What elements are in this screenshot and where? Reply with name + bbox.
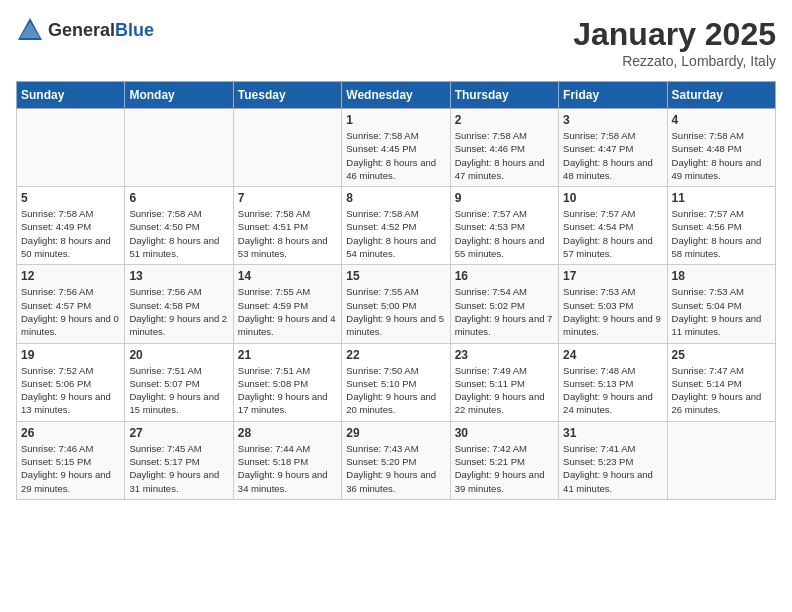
day-number: 26 (21, 426, 120, 440)
day-info: Sunrise: 7:58 AM Sunset: 4:51 PM Dayligh… (238, 207, 337, 260)
calendar-cell: 27Sunrise: 7:45 AM Sunset: 5:17 PM Dayli… (125, 421, 233, 499)
weekday-header-sunday: Sunday (17, 82, 125, 109)
day-info: Sunrise: 7:42 AM Sunset: 5:21 PM Dayligh… (455, 442, 554, 495)
calendar-cell: 4Sunrise: 7:58 AM Sunset: 4:48 PM Daylig… (667, 109, 775, 187)
day-info: Sunrise: 7:41 AM Sunset: 5:23 PM Dayligh… (563, 442, 662, 495)
day-info: Sunrise: 7:58 AM Sunset: 4:47 PM Dayligh… (563, 129, 662, 182)
day-number: 5 (21, 191, 120, 205)
calendar-cell: 22Sunrise: 7:50 AM Sunset: 5:10 PM Dayli… (342, 343, 450, 421)
calendar-cell: 9Sunrise: 7:57 AM Sunset: 4:53 PM Daylig… (450, 187, 558, 265)
calendar-cell: 30Sunrise: 7:42 AM Sunset: 5:21 PM Dayli… (450, 421, 558, 499)
day-number: 22 (346, 348, 445, 362)
day-number: 25 (672, 348, 771, 362)
day-info: Sunrise: 7:44 AM Sunset: 5:18 PM Dayligh… (238, 442, 337, 495)
page-header: GeneralBlue January 2025 Rezzato, Lombar… (16, 16, 776, 69)
calendar-cell (667, 421, 775, 499)
day-number: 30 (455, 426, 554, 440)
weekday-header-thursday: Thursday (450, 82, 558, 109)
day-number: 4 (672, 113, 771, 127)
weekday-header-saturday: Saturday (667, 82, 775, 109)
title-block: January 2025 Rezzato, Lombardy, Italy (573, 16, 776, 69)
calendar-cell (125, 109, 233, 187)
day-number: 2 (455, 113, 554, 127)
calendar-cell (17, 109, 125, 187)
calendar-week-1: 1Sunrise: 7:58 AM Sunset: 4:45 PM Daylig… (17, 109, 776, 187)
day-info: Sunrise: 7:55 AM Sunset: 4:59 PM Dayligh… (238, 285, 337, 338)
weekday-header-row: SundayMondayTuesdayWednesdayThursdayFrid… (17, 82, 776, 109)
calendar-cell: 16Sunrise: 7:54 AM Sunset: 5:02 PM Dayli… (450, 265, 558, 343)
day-number: 7 (238, 191, 337, 205)
day-info: Sunrise: 7:58 AM Sunset: 4:49 PM Dayligh… (21, 207, 120, 260)
day-info: Sunrise: 7:58 AM Sunset: 4:45 PM Dayligh… (346, 129, 445, 182)
calendar-cell: 15Sunrise: 7:55 AM Sunset: 5:00 PM Dayli… (342, 265, 450, 343)
calendar-cell: 12Sunrise: 7:56 AM Sunset: 4:57 PM Dayli… (17, 265, 125, 343)
calendar-cell: 19Sunrise: 7:52 AM Sunset: 5:06 PM Dayli… (17, 343, 125, 421)
calendar-cell: 24Sunrise: 7:48 AM Sunset: 5:13 PM Dayli… (559, 343, 667, 421)
logo-blue: Blue (115, 20, 154, 40)
calendar-cell: 13Sunrise: 7:56 AM Sunset: 4:58 PM Dayli… (125, 265, 233, 343)
calendar-cell: 31Sunrise: 7:41 AM Sunset: 5:23 PM Dayli… (559, 421, 667, 499)
calendar-table: SundayMondayTuesdayWednesdayThursdayFrid… (16, 81, 776, 500)
calendar-cell: 18Sunrise: 7:53 AM Sunset: 5:04 PM Dayli… (667, 265, 775, 343)
day-number: 20 (129, 348, 228, 362)
day-info: Sunrise: 7:58 AM Sunset: 4:48 PM Dayligh… (672, 129, 771, 182)
day-info: Sunrise: 7:57 AM Sunset: 4:53 PM Dayligh… (455, 207, 554, 260)
month-title: January 2025 (573, 16, 776, 53)
day-info: Sunrise: 7:53 AM Sunset: 5:03 PM Dayligh… (563, 285, 662, 338)
weekday-header-tuesday: Tuesday (233, 82, 341, 109)
day-number: 16 (455, 269, 554, 283)
day-number: 9 (455, 191, 554, 205)
calendar-cell: 17Sunrise: 7:53 AM Sunset: 5:03 PM Dayli… (559, 265, 667, 343)
calendar-cell: 11Sunrise: 7:57 AM Sunset: 4:56 PM Dayli… (667, 187, 775, 265)
weekday-header-monday: Monday (125, 82, 233, 109)
calendar-cell: 20Sunrise: 7:51 AM Sunset: 5:07 PM Dayli… (125, 343, 233, 421)
calendar-cell: 6Sunrise: 7:58 AM Sunset: 4:50 PM Daylig… (125, 187, 233, 265)
day-info: Sunrise: 7:51 AM Sunset: 5:07 PM Dayligh… (129, 364, 228, 417)
weekday-header-friday: Friday (559, 82, 667, 109)
day-info: Sunrise: 7:52 AM Sunset: 5:06 PM Dayligh… (21, 364, 120, 417)
calendar-cell: 2Sunrise: 7:58 AM Sunset: 4:46 PM Daylig… (450, 109, 558, 187)
calendar-cell: 14Sunrise: 7:55 AM Sunset: 4:59 PM Dayli… (233, 265, 341, 343)
day-info: Sunrise: 7:43 AM Sunset: 5:20 PM Dayligh… (346, 442, 445, 495)
day-info: Sunrise: 7:55 AM Sunset: 5:00 PM Dayligh… (346, 285, 445, 338)
calendar-week-5: 26Sunrise: 7:46 AM Sunset: 5:15 PM Dayli… (17, 421, 776, 499)
calendar-week-2: 5Sunrise: 7:58 AM Sunset: 4:49 PM Daylig… (17, 187, 776, 265)
day-number: 24 (563, 348, 662, 362)
day-number: 10 (563, 191, 662, 205)
day-number: 3 (563, 113, 662, 127)
day-info: Sunrise: 7:50 AM Sunset: 5:10 PM Dayligh… (346, 364, 445, 417)
weekday-header-wednesday: Wednesday (342, 82, 450, 109)
day-number: 28 (238, 426, 337, 440)
calendar-cell: 10Sunrise: 7:57 AM Sunset: 4:54 PM Dayli… (559, 187, 667, 265)
location-subtitle: Rezzato, Lombardy, Italy (573, 53, 776, 69)
logo-text: GeneralBlue (48, 20, 154, 41)
calendar-cell: 26Sunrise: 7:46 AM Sunset: 5:15 PM Dayli… (17, 421, 125, 499)
day-info: Sunrise: 7:48 AM Sunset: 5:13 PM Dayligh… (563, 364, 662, 417)
day-info: Sunrise: 7:45 AM Sunset: 5:17 PM Dayligh… (129, 442, 228, 495)
day-info: Sunrise: 7:58 AM Sunset: 4:52 PM Dayligh… (346, 207, 445, 260)
calendar-cell: 21Sunrise: 7:51 AM Sunset: 5:08 PM Dayli… (233, 343, 341, 421)
day-info: Sunrise: 7:46 AM Sunset: 5:15 PM Dayligh… (21, 442, 120, 495)
day-info: Sunrise: 7:56 AM Sunset: 4:57 PM Dayligh… (21, 285, 120, 338)
day-info: Sunrise: 7:57 AM Sunset: 4:54 PM Dayligh… (563, 207, 662, 260)
day-info: Sunrise: 7:53 AM Sunset: 5:04 PM Dayligh… (672, 285, 771, 338)
day-number: 31 (563, 426, 662, 440)
calendar-cell: 8Sunrise: 7:58 AM Sunset: 4:52 PM Daylig… (342, 187, 450, 265)
calendar-cell: 3Sunrise: 7:58 AM Sunset: 4:47 PM Daylig… (559, 109, 667, 187)
day-info: Sunrise: 7:47 AM Sunset: 5:14 PM Dayligh… (672, 364, 771, 417)
day-number: 12 (21, 269, 120, 283)
calendar-cell: 25Sunrise: 7:47 AM Sunset: 5:14 PM Dayli… (667, 343, 775, 421)
day-number: 17 (563, 269, 662, 283)
calendar-cell: 7Sunrise: 7:58 AM Sunset: 4:51 PM Daylig… (233, 187, 341, 265)
day-number: 6 (129, 191, 228, 205)
day-number: 18 (672, 269, 771, 283)
calendar-cell (233, 109, 341, 187)
day-number: 19 (21, 348, 120, 362)
day-info: Sunrise: 7:57 AM Sunset: 4:56 PM Dayligh… (672, 207, 771, 260)
day-number: 27 (129, 426, 228, 440)
day-info: Sunrise: 7:56 AM Sunset: 4:58 PM Dayligh… (129, 285, 228, 338)
day-number: 8 (346, 191, 445, 205)
svg-marker-1 (20, 22, 40, 38)
day-number: 29 (346, 426, 445, 440)
calendar-cell: 5Sunrise: 7:58 AM Sunset: 4:49 PM Daylig… (17, 187, 125, 265)
